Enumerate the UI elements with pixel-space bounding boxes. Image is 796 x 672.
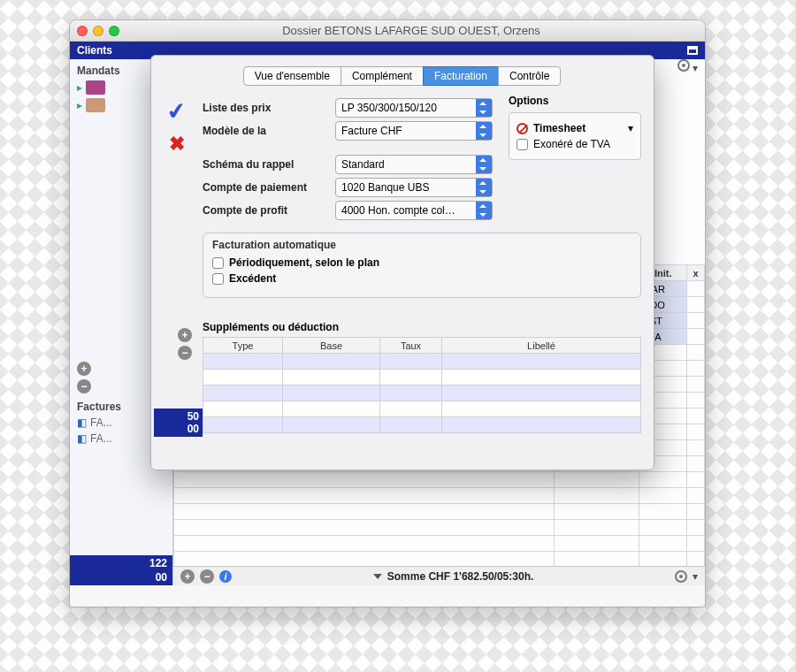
option-label: Exonéré de TVA xyxy=(533,138,610,150)
col-x[interactable]: x xyxy=(687,265,705,281)
checkbox[interactable] xyxy=(517,139,528,150)
facturation-dialog: Vue d'ensemble Complément Facturation Co… xyxy=(150,55,654,470)
select-value: LP 350/300/150/120 xyxy=(341,102,437,114)
select-value: Standard xyxy=(341,158,385,171)
label-compte-profit: Compte de profit xyxy=(203,204,335,217)
dropdown-icon[interactable] xyxy=(373,574,382,579)
dropdown-icon[interactable]: ▾ xyxy=(628,122,633,134)
info-icon[interactable]: i xyxy=(219,570,232,583)
col-libelle[interactable]: Libellé xyxy=(442,338,641,354)
dropdown-icon[interactable]: ▾ xyxy=(693,570,698,583)
select-compte-paiement[interactable]: 1020 Banque UBS xyxy=(335,178,493,197)
table-row xyxy=(203,370,641,386)
window-title: Dossier BETONS LAFARGE SUD OUEST, Orzens xyxy=(125,24,698,37)
select-schema[interactable]: Standard xyxy=(335,155,493,174)
status-text: Somme CHF 1'682.50/05:30h. xyxy=(387,570,534,583)
label-modele: Modèle de la xyxy=(203,125,335,137)
prohibit-icon xyxy=(517,123,528,134)
titlebar: Dossier BETONS LAFARGE SUD OUEST, Orzens xyxy=(70,20,705,42)
option-label: Timesheet xyxy=(533,122,586,134)
status-remove-button[interactable]: − xyxy=(200,569,214,584)
gear-icon[interactable] xyxy=(675,570,687,583)
dropdown-icon[interactable]: ▾ xyxy=(693,62,698,74)
window-close-button[interactable] xyxy=(77,26,88,36)
clients-label: Clients xyxy=(77,44,112,57)
mini-total-top: 50 xyxy=(157,410,199,423)
remove-supplement-button[interactable]: − xyxy=(178,346,192,360)
sidebar-total-bottom: 00 xyxy=(156,571,167,584)
play-icon: ▸ xyxy=(77,81,82,94)
add-supplement-button[interactable]: + xyxy=(178,328,192,342)
facture-label: FA... xyxy=(90,416,112,429)
avatar xyxy=(86,98,105,112)
auto-header: Facturation automatique xyxy=(212,239,631,251)
status-add-button[interactable]: + xyxy=(180,569,195,584)
table-row xyxy=(174,520,705,536)
option-timesheet[interactable]: Timesheet ▾ xyxy=(517,122,633,134)
checkbox[interactable] xyxy=(212,257,224,269)
window-minimize-button[interactable] xyxy=(93,26,103,36)
table-row xyxy=(203,401,641,417)
gear-icon[interactable] xyxy=(677,59,690,72)
mini-total-bottom: 00 xyxy=(157,423,199,435)
remove-button[interactable]: − xyxy=(77,379,91,393)
tab-facturation[interactable]: Facturation xyxy=(423,66,499,86)
options-header: Options xyxy=(509,95,641,107)
tab-controle[interactable]: Contrôle xyxy=(498,66,561,86)
select-value: Facture CHF xyxy=(341,125,402,137)
facturation-auto-group: Facturation automatique Périodiquement, … xyxy=(203,233,641,298)
dialog-tabs: Vue d'ensemble Complément Facturation Co… xyxy=(164,66,641,86)
supp-header: Suppléments ou déduction xyxy=(203,321,641,333)
table-row xyxy=(174,488,705,504)
col-taux[interactable]: Taux xyxy=(380,338,442,354)
col-type[interactable]: Type xyxy=(203,338,283,354)
option-exonere[interactable]: Exonéré de TVA xyxy=(517,138,633,150)
checkbox[interactable] xyxy=(212,273,224,285)
option-excedent[interactable]: Excédent xyxy=(212,272,631,285)
confirm-icon[interactable]: ✔ xyxy=(165,97,188,127)
table-row xyxy=(174,472,705,488)
cancel-icon[interactable]: ✖ xyxy=(169,133,185,156)
tab-overview[interactable]: Vue d'ensemble xyxy=(243,66,341,86)
select-compte-profit[interactable]: 4000 Hon. compte col… xyxy=(335,201,493,220)
window-zoom-button[interactable] xyxy=(109,26,119,36)
label-compte-paiement: Compte de paiement xyxy=(203,181,335,194)
supplements-table[interactable]: Type Base Taux Libellé xyxy=(203,337,641,433)
option-label: Excédent xyxy=(229,272,276,285)
label-liste-prix: Liste des prix xyxy=(203,102,335,114)
sidebar-total-top: 122 xyxy=(149,557,167,569)
tab-complement[interactable]: Complément xyxy=(341,66,424,86)
select-modele[interactable]: Facture CHF xyxy=(335,121,493,141)
avatar xyxy=(86,80,105,95)
table-row xyxy=(174,536,705,552)
table-row xyxy=(203,417,641,433)
play-icon: ▸ xyxy=(77,99,82,111)
table-row xyxy=(174,552,705,568)
table-row xyxy=(174,504,705,520)
select-value: 4000 Hon. compte col… xyxy=(341,204,455,217)
option-periodique[interactable]: Périodiquement, selon le plan xyxy=(212,256,631,269)
options-panel: Options Timesheet ▾ Exonéré de TVA xyxy=(509,95,641,224)
facture-label: FA... xyxy=(90,432,112,445)
table-row xyxy=(203,354,641,370)
restore-window-icon[interactable] xyxy=(687,46,698,55)
status-bar: + − i Somme CHF 1'682.50/05:30h. ▾ xyxy=(173,566,705,585)
col-base[interactable]: Base xyxy=(283,338,380,354)
dialog-mini-total: 50 00 xyxy=(154,409,203,437)
add-button[interactable]: + xyxy=(77,362,91,376)
table-row xyxy=(203,386,641,401)
doc-icon: ◧ xyxy=(77,432,87,445)
option-label: Périodiquement, selon le plan xyxy=(229,256,379,269)
select-liste-prix[interactable]: LP 350/300/150/120 xyxy=(335,98,493,118)
select-value: 1020 Banque UBS xyxy=(341,181,429,194)
doc-icon: ◧ xyxy=(77,416,87,429)
sidebar-total: 122 00 xyxy=(70,550,172,585)
label-schema: Schéma du rappel xyxy=(203,158,335,171)
